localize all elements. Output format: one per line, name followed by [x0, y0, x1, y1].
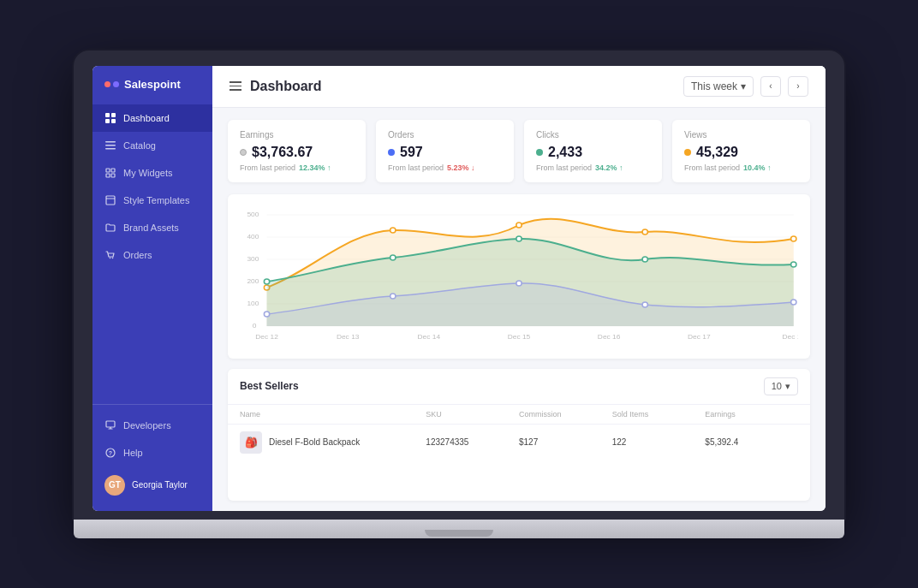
chevron-right-icon: ›	[796, 81, 799, 91]
stat-footer: From last period 10.4% ↑	[684, 163, 798, 172]
stat-footer: From last period 34.2% ↑	[536, 163, 650, 172]
svg-point-38	[390, 255, 396, 260]
stat-dot	[388, 149, 395, 156]
svg-point-39	[516, 236, 522, 241]
sidebar-item-help[interactable]: ? Help	[92, 439, 212, 466]
stat-card-views: Views 45,329 From last period 10.4% ↑	[672, 120, 810, 182]
count-selector[interactable]: 10 ▾	[764, 377, 798, 395]
stat-label: Orders	[388, 130, 502, 140]
svg-rect-0	[105, 113, 110, 117]
hamburger-icon[interactable]	[230, 81, 241, 91]
laptop: Salespoint	[74, 50, 844, 538]
svg-point-36	[791, 236, 796, 241]
sidebar-item-label: Style Templates	[123, 195, 189, 205]
svg-point-41	[791, 262, 796, 267]
period-label: This week	[691, 80, 737, 92]
svg-rect-2	[105, 119, 110, 123]
stat-footer: From last period 5.23% ↓	[388, 163, 502, 172]
sidebar-item-label: Developers	[123, 420, 171, 431]
sidebar-user[interactable]: GT Georgia Taylor	[92, 466, 212, 504]
svg-rect-3	[111, 119, 116, 123]
list-icon	[104, 140, 116, 151]
sidebar-bottom: Developers ? Help	[92, 404, 212, 511]
svg-point-46	[791, 300, 796, 305]
sidebar-item-orders[interactable]: Orders	[92, 241, 212, 269]
logo-dot-red	[104, 81, 110, 87]
col-commission: Commission	[519, 410, 612, 419]
svg-rect-9	[106, 174, 110, 177]
product-cell: 🎒 Diesel F-Bold Backpack	[240, 431, 426, 454]
sidebar-item-style-templates[interactable]: Style Templates	[92, 187, 212, 214]
chevron-down-icon: ▾	[741, 80, 746, 92]
svg-point-40	[642, 257, 647, 262]
stat-value-row: 597	[388, 145, 502, 160]
sidebar-item-label: Orders	[123, 250, 152, 260]
laptop-base	[74, 520, 844, 538]
next-button[interactable]: ›	[788, 76, 808, 97]
svg-text:500: 500	[247, 211, 259, 218]
stat-dot	[240, 149, 247, 156]
svg-rect-10	[111, 174, 115, 177]
from-label: From last period	[388, 163, 444, 172]
from-label: From last period	[536, 163, 592, 172]
svg-rect-6	[105, 148, 116, 150]
svg-rect-11	[106, 196, 115, 205]
sidebar-item-label: My Widgets	[123, 168, 172, 178]
svg-text:Dec 17: Dec 17	[688, 333, 711, 341]
stat-label: Clicks	[536, 130, 650, 140]
svg-point-37	[264, 279, 269, 284]
svg-point-43	[390, 294, 396, 299]
sku-value: 123274335	[426, 437, 519, 447]
stat-change: 5.23% ↓	[447, 163, 475, 172]
stat-value-row: $3,763.67	[240, 145, 354, 160]
svg-text:Dec 13: Dec 13	[337, 333, 360, 341]
col-sku: SKU	[426, 410, 519, 419]
svg-point-35	[642, 229, 647, 235]
sidebar-item-my-widgets[interactable]: My Widgets	[92, 159, 212, 187]
svg-rect-4	[105, 141, 116, 143]
stat-value-row: 2,433	[536, 145, 650, 160]
sidebar-item-catalog[interactable]: Catalog	[92, 132, 212, 159]
stat-label: Earnings	[240, 130, 354, 140]
sidebar-item-label: Dashboard	[123, 113, 170, 123]
stats-row: Earnings $3,763.67 From last period 12.3…	[212, 108, 826, 194]
chart-area: 500 400 300 200 100 0	[228, 194, 810, 359]
help-icon: ?	[104, 447, 116, 459]
earnings-value: $5,392.4	[705, 437, 798, 447]
from-label: From last period	[684, 163, 740, 172]
col-name: Name	[240, 410, 426, 419]
product-name: Diesel F-Bold Backpack	[269, 437, 360, 447]
col-earnings: Earnings	[705, 410, 798, 419]
header-right: This week ▾ ‹ ›	[683, 76, 808, 97]
stat-change: 12.34% ↑	[299, 163, 331, 172]
commission-value: $127	[519, 437, 612, 447]
svg-text:Dec 16: Dec 16	[598, 333, 621, 341]
svg-text:Dec 15: Dec 15	[508, 333, 531, 341]
screen-bezel: Salespoint	[74, 50, 844, 520]
stat-value: 597	[400, 145, 423, 160]
stat-change: 34.2% ↑	[595, 163, 623, 172]
stat-footer: From last period 12.34% ↑	[240, 163, 354, 172]
svg-point-13	[110, 257, 111, 258]
folder-icon	[104, 222, 116, 234]
stat-value: 2,433	[548, 145, 582, 160]
svg-rect-7	[106, 169, 110, 172]
svg-point-44	[516, 281, 522, 286]
logo: Salespoint	[92, 66, 212, 99]
col-sold-items: Sold Items	[612, 410, 706, 419]
template-icon	[104, 194, 116, 206]
stat-value: 45,329	[696, 145, 738, 160]
sidebar-item-dashboard[interactable]: Dashboard	[92, 104, 212, 132]
header-left: Dashboard	[230, 79, 322, 94]
period-selector[interactable]: This week ▾	[683, 76, 754, 97]
table-title: Best Sellers	[240, 380, 299, 392]
sidebar-item-brand-assets[interactable]: Brand Assets	[92, 214, 212, 241]
from-label: From last period	[240, 163, 295, 172]
svg-rect-8	[111, 169, 115, 172]
table-row[interactable]: 🎒 Diesel F-Bold Backpack 123274335 $127 …	[228, 425, 810, 460]
prev-button[interactable]: ‹	[760, 76, 781, 97]
sidebar-item-developers[interactable]: Developers	[92, 412, 212, 439]
svg-text:Dec 18: Dec 18	[782, 333, 798, 341]
chart-svg: 500 400 300 200 100 0	[240, 206, 798, 343]
main-content: Dashboard This week ▾ ‹ ›	[212, 66, 826, 511]
